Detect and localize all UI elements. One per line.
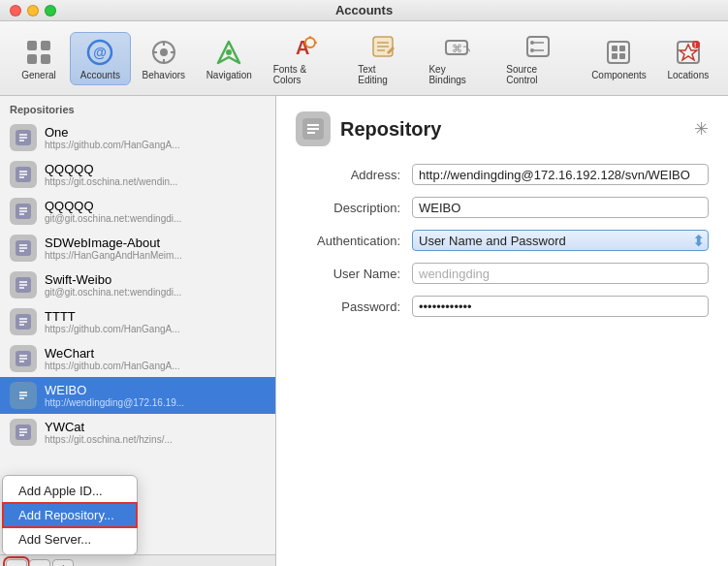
- repo-icon: [10, 124, 37, 151]
- repo-name: WEIBO: [45, 383, 184, 397]
- toolbar-item-text-editing[interactable]: Text Editing: [348, 27, 417, 89]
- titlebar: Accounts: [0, 0, 728, 21]
- svg-rect-31: [612, 46, 617, 51]
- svg-rect-25: [527, 37, 549, 56]
- window-controls: [10, 5, 56, 16]
- toolbar-item-fonts-colors[interactable]: A Fonts & Colors: [264, 27, 347, 89]
- toolbar-label-locations: Locations: [667, 70, 709, 80]
- repo-subtitle: https://github.com/HanGangA...: [45, 324, 180, 334]
- list-item[interactable]: QQQQQ git@git.oschina.net:wendingdi...: [0, 193, 275, 230]
- svg-rect-1: [41, 41, 50, 50]
- repo-text: TTTT https://github.com/HanGangA...: [45, 309, 180, 334]
- repo-name: QQQQQ: [45, 162, 177, 176]
- svg-text:⌘⌥: ⌘⌥: [452, 43, 470, 54]
- toolbar-label-behaviors: Behaviors: [142, 70, 185, 80]
- repo-subtitle: https://git.oschina.net/wendin...: [45, 176, 177, 187]
- list-item[interactable]: YWCat https://git.oschina.net/hzins/...: [0, 414, 275, 451]
- add-icon: +: [13, 562, 20, 566]
- password-input[interactable]: [412, 296, 709, 317]
- remove-icon: −: [36, 562, 44, 566]
- right-panel-title: Repository: [340, 118, 441, 141]
- svg-rect-33: [612, 53, 617, 59]
- components-icon: [603, 37, 634, 68]
- repo-text: WeChart https://github.com/HanGangA...: [45, 346, 180, 371]
- toolbar-item-navigation[interactable]: Navigation: [197, 33, 262, 84]
- repo-name: YWCat: [45, 420, 173, 434]
- repo-name: SDWebImage-About: [45, 236, 182, 250]
- authentication-select[interactable]: User Name and Password Kerberos None: [412, 230, 709, 251]
- repo-icon: [10, 198, 37, 225]
- general-icon: [23, 37, 54, 68]
- repo-subtitle: git@git.oschina.net:wendingdi...: [45, 213, 181, 224]
- toolbar-label-general: General: [21, 70, 56, 80]
- toolbar-item-key-bindings[interactable]: ⌘⌥ Key Bindings: [419, 27, 494, 89]
- repo-icon: [10, 271, 37, 299]
- add-server-item[interactable]: Add Server...: [3, 527, 137, 551]
- authentication-label: Authentication:: [296, 234, 412, 248]
- behaviors-icon: [148, 37, 179, 68]
- remove-button[interactable]: −: [29, 559, 50, 566]
- navigation-icon: [213, 37, 244, 68]
- list-item[interactable]: QQQQQ https://git.oschina.net/wendin...: [0, 156, 275, 193]
- address-input[interactable]: [412, 164, 709, 185]
- toolbar: General @ Accounts Behaviors: [0, 21, 728, 96]
- minimize-button[interactable]: [27, 5, 39, 16]
- repo-subtitle: https://github.com/HanGangA...: [45, 140, 180, 150]
- toolbar-label-navigation: Navigation: [206, 70, 252, 80]
- svg-text:@: @: [94, 45, 108, 60]
- toolbar-item-accounts[interactable]: @ Accounts: [70, 32, 131, 85]
- toolbar-item-source-control[interactable]: Source Control: [496, 27, 580, 89]
- description-input[interactable]: [412, 197, 709, 218]
- password-row: Password:: [296, 296, 709, 317]
- list-item[interactable]: Swift-Weibo git@git.oschina.net:wendingd…: [0, 267, 275, 303]
- repository-icon: [296, 111, 331, 146]
- repo-subtitle: https://HanGangAndHanMeim...: [45, 250, 182, 261]
- svg-point-28: [530, 48, 534, 52]
- source-control-icon: [522, 31, 554, 62]
- svg-rect-2: [27, 54, 37, 64]
- key-bindings-icon: ⌘⌥: [441, 31, 472, 62]
- repo-text: YWCat https://git.oschina.net/hzins/...: [45, 420, 173, 445]
- address-label: Address:: [296, 168, 412, 182]
- toolbar-item-general[interactable]: General: [10, 33, 68, 84]
- accounts-icon: @: [84, 37, 115, 68]
- list-item[interactable]: SDWebImage-About https://HanGangAndHanMe…: [0, 230, 275, 267]
- repo-text: One https://github.com/HanGangA...: [45, 125, 180, 150]
- add-button[interactable]: +: [6, 559, 27, 566]
- toolbar-item-locations[interactable]: ! Locations: [658, 33, 718, 84]
- repositories-header: Repositories: [0, 96, 275, 119]
- toolbar-label-text-editing: Text Editing: [358, 64, 407, 85]
- settings-button[interactable]: ⚙: [52, 559, 74, 566]
- repo-icon: [10, 308, 37, 335]
- add-apple-id-item[interactable]: Add Apple ID...: [3, 479, 137, 503]
- add-repository-item[interactable]: Add Repository...: [3, 503, 137, 527]
- repo-subtitle: https://git.oschina.net/hzins/...: [45, 434, 173, 445]
- list-item-selected[interactable]: WEIBO http://wendingding@172.16.19...: [0, 377, 275, 414]
- svg-point-7: [160, 48, 168, 56]
- toolbar-item-components[interactable]: Components: [582, 33, 655, 84]
- svg-rect-32: [619, 46, 625, 51]
- loading-icon: ✳: [694, 118, 709, 140]
- repo-icon: [10, 419, 37, 446]
- toolbar-label-source-control: Source Control: [506, 64, 570, 85]
- svg-point-13: [226, 49, 232, 55]
- list-item[interactable]: One https://github.com/HanGangA...: [0, 119, 275, 156]
- maximize-button[interactable]: [45, 5, 56, 16]
- close-button[interactable]: [10, 5, 21, 16]
- address-row: Address:: [296, 164, 709, 185]
- repo-subtitle: git@git.oschina.net:wendingdi...: [45, 287, 181, 298]
- main-content: Repositories One https://github.com/HanG…: [0, 96, 728, 566]
- repo-icon: [10, 161, 37, 188]
- svg-rect-0: [27, 41, 37, 50]
- toolbar-item-behaviors[interactable]: Behaviors: [133, 33, 195, 84]
- svg-text:!: !: [694, 42, 696, 48]
- username-row: User Name:: [296, 263, 709, 284]
- list-item[interactable]: WeChart https://github.com/HanGangA...: [0, 340, 275, 377]
- repo-name: Swift-Weibo: [45, 272, 181, 287]
- svg-rect-34: [619, 53, 625, 59]
- list-item[interactable]: TTTT https://github.com/HanGangA...: [0, 303, 275, 340]
- repo-name: TTTT: [45, 309, 180, 324]
- svg-rect-30: [608, 42, 629, 63]
- dropdown-menu: Add Apple ID... Add Repository... Add Se…: [2, 475, 138, 555]
- username-input[interactable]: [412, 263, 709, 284]
